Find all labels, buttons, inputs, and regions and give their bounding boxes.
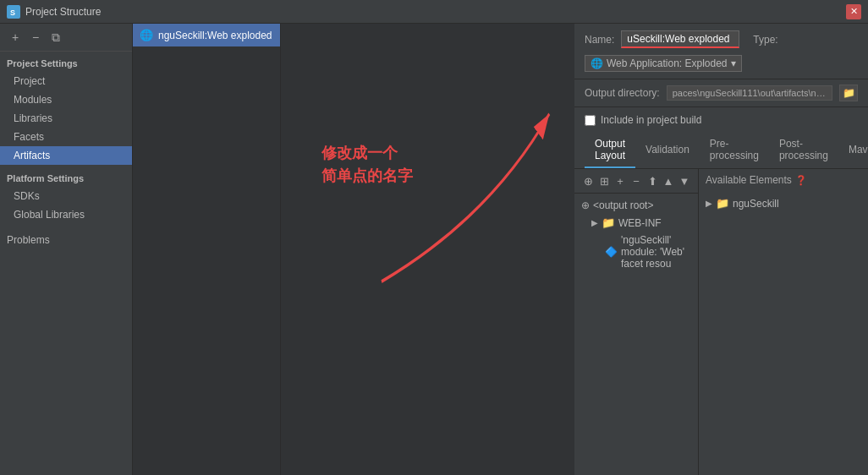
tree-toolbar-btn5[interactable]: ⬆	[646, 172, 659, 189]
titlebar: S Project Structure ✕	[0, 0, 868, 24]
module-folder-icon: 📁	[716, 197, 729, 210]
output-dir-row: Output directory: paces\nguSeckill111\ou…	[574, 79, 868, 107]
checkbox-label: Include in project build	[601, 114, 701, 126]
tab-label: Pre-processing	[710, 138, 759, 161]
output-tree-panel: ⊕ ⊞ + − ⬆ ▲ ▼ ⊕ <output root>	[574, 169, 699, 475]
sidebar-item-label: Facets	[14, 131, 44, 143]
type-label: Type:	[753, 34, 777, 46]
available-item-nguseckill[interactable]: ▶ 📁 nguSeckill	[699, 194, 868, 212]
help-icon: ❓	[795, 175, 807, 186]
tabs-row: Output Layout Validation Pre-processing …	[574, 133, 868, 169]
tree-item-label: WEB-INF	[618, 217, 662, 229]
tree-toolbar-btn3[interactable]: +	[613, 172, 627, 189]
tab-validation[interactable]: Validation	[635, 139, 700, 162]
sidebar-item-label: Project	[14, 75, 45, 87]
tree-toolbar: ⊕ ⊞ + − ⬆ ▲ ▼	[574, 169, 698, 194]
annotation-arrow	[281, 24, 574, 475]
sidebar-item-sdks[interactable]: SDKs	[0, 187, 132, 205]
sidebar-item-label: Artifacts	[14, 150, 50, 161]
sidebar-item-libraries[interactable]: Libraries	[0, 109, 132, 128]
output-root-icon: ⊕	[581, 199, 590, 211]
available-arrow-icon: ▶	[706, 199, 712, 208]
sidebar-item-project[interactable]: Project	[0, 72, 132, 90]
tree-item-output-root[interactable]: ⊕ <output root>	[574, 197, 698, 214]
sidebar-toolbar: + − ⧉	[0, 24, 132, 52]
tab-label: Post-processing	[779, 138, 828, 161]
annotation-text: 修改成一个 简单点的名字	[321, 142, 413, 188]
web-app-icon: 🌐	[591, 57, 603, 69]
sidebar-item-artifacts[interactable]: Artifacts	[0, 146, 132, 165]
sidebar-item-label: SDKs	[14, 190, 40, 202]
sidebar-item-label: Problems	[7, 234, 50, 246]
close-button[interactable]: ✕	[846, 4, 861, 19]
available-tree: ▶ 📁 nguSeckill	[699, 191, 868, 475]
tree-toolbar-btn4[interactable]: −	[629, 172, 643, 189]
type-value: Web Application: Exploded	[607, 57, 728, 69]
remove-button[interactable]: −	[27, 29, 44, 46]
right-panel: Name: Type: 🌐 Web Application: Exploded …	[574, 24, 868, 475]
platform-settings-header: Platform Settings	[0, 165, 132, 187]
output-layout-body: ⊕ ⊞ + − ⬆ ▲ ▼ ⊕ <output root>	[574, 169, 868, 475]
tree-item-module-resource[interactable]: 🔷 'nguSeckill' module: 'Web' facet resou	[574, 232, 698, 272]
tree-toolbar-btn6[interactable]: ▲	[662, 172, 675, 189]
available-item-label: nguSeckill	[733, 198, 779, 210]
copy-button[interactable]: ⧉	[47, 29, 64, 46]
sidebar: + − ⧉ Project Settings Project Modules L…	[0, 24, 133, 475]
available-label: Available Elements	[706, 174, 792, 186]
window-title: Project Structure	[25, 6, 101, 18]
folder-icon: 📁	[843, 87, 855, 99]
tree-item-label: 'nguSeckill' module: 'Web' facet resou	[621, 234, 691, 270]
tree-collapse-arrow: ▶	[591, 218, 598, 227]
artifact-panel: 🌐 nguSeckill:Web exploded	[133, 24, 281, 475]
sidebar-item-modules[interactable]: Modules	[0, 90, 132, 109]
app-icon: S	[7, 5, 20, 19]
sidebar-item-problems[interactable]: Problems	[0, 231, 132, 249]
sidebar-item-label: Libraries	[14, 112, 52, 124]
sidebar-item-global-libraries[interactable]: Global Libraries	[0, 205, 132, 224]
output-dir-label: Output directory:	[585, 87, 660, 99]
artifact-item[interactable]: 🌐 nguSeckill:Web exploded	[133, 24, 280, 46]
include-in-build-checkbox[interactable]	[585, 115, 596, 126]
type-dropdown[interactable]: 🌐 Web Application: Exploded ▾	[585, 55, 742, 72]
sidebar-item-facets[interactable]: Facets	[0, 128, 132, 146]
browse-folder-button[interactable]: 📁	[839, 85, 858, 101]
checkbox-row: Include in project build	[574, 107, 868, 133]
tab-label: Maven	[849, 144, 868, 156]
sidebar-item-label: Global Libraries	[14, 209, 85, 221]
tab-pre-processing[interactable]: Pre-processing	[700, 133, 769, 168]
annotation-area: 修改成一个 简单点的名字	[281, 24, 574, 475]
annotation-line2: 简单点的名字	[321, 165, 413, 188]
name-label: Name:	[585, 34, 614, 46]
available-elements-panel: Available Elements ❓ ▶ 📁 nguSeckill	[699, 169, 868, 475]
tree-toolbar-btn1[interactable]: ⊕	[581, 172, 595, 189]
output-tree: ⊕ <output root> ▶ 📁 WEB-INF 🔷 'nguSeckil…	[574, 194, 698, 475]
module-icon: 🔷	[605, 246, 618, 258]
sidebar-item-label: Modules	[14, 94, 52, 106]
svg-text:S: S	[10, 8, 15, 17]
tab-post-processing[interactable]: Post-processing	[769, 133, 838, 168]
right-header: Name: Type: 🌐 Web Application: Exploded …	[574, 24, 868, 79]
project-settings-header: Project Settings	[0, 52, 132, 72]
artifact-item-label: nguSeckill:Web exploded	[158, 30, 272, 41]
folder-icon: 📁	[602, 216, 615, 229]
tab-maven[interactable]: Maven	[838, 139, 868, 162]
tree-toolbar-btn2[interactable]: ⊞	[597, 172, 611, 189]
annotation-line1: 修改成一个	[321, 142, 413, 165]
add-button[interactable]: +	[7, 29, 24, 46]
name-input[interactable]	[621, 30, 739, 48]
tab-output-layout[interactable]: Output Layout	[585, 133, 635, 168]
artifact-icon: 🌐	[140, 29, 153, 41]
output-path-display: paces\nguSeckill111\out\artifacts\nguSec…	[667, 85, 832, 101]
available-header: Available Elements ❓	[699, 169, 868, 191]
tree-toolbar-btn7[interactable]: ▼	[678, 172, 691, 189]
tree-item-label: <output root>	[593, 199, 653, 211]
tree-item-webinf[interactable]: ▶ 📁 WEB-INF	[574, 214, 698, 232]
tab-label: Output Layout	[595, 138, 625, 161]
dropdown-arrow-icon: ▾	[731, 57, 736, 69]
tab-label: Validation	[646, 144, 689, 156]
